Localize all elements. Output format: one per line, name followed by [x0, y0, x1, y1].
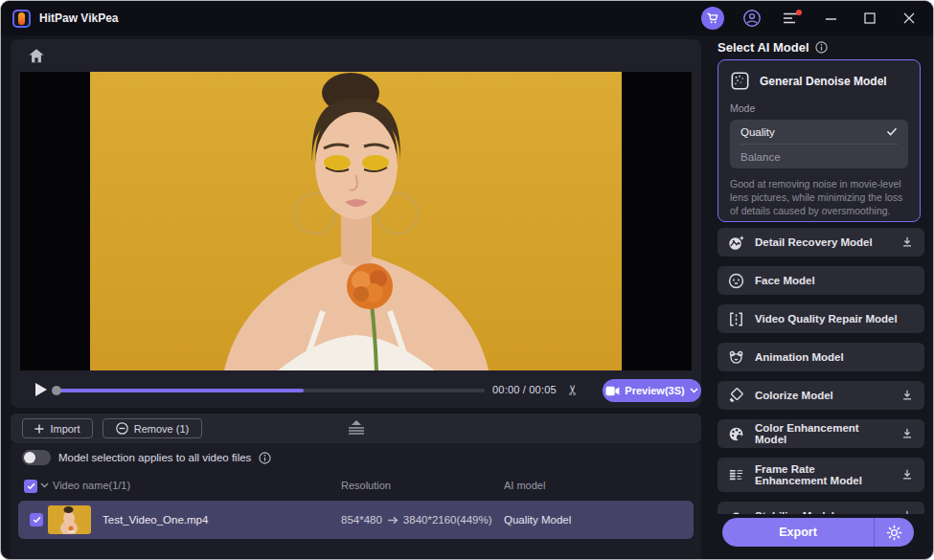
video-camera-icon [605, 386, 620, 396]
face-icon [727, 272, 745, 290]
select-all-checkbox[interactable] [24, 480, 37, 493]
playhead-handle[interactable] [52, 386, 61, 395]
model-button-video-quality-repair[interactable]: Video Quality Repair Model [718, 304, 924, 333]
model-button-animation[interactable]: Animation Model [718, 343, 924, 371]
progress-bar[interactable] [54, 389, 485, 392]
apply-all-label: Model selection applies to all video fil… [58, 452, 251, 463]
mode-options: Quality Balance [730, 120, 908, 168]
download-icon[interactable] [900, 426, 915, 441]
file-toolbar: Import Remove (1) [11, 414, 701, 443]
check-icon [27, 482, 35, 490]
model-list: Detail Recovery Model Face Model Video Q… [710, 228, 934, 514]
info-icon[interactable] [815, 41, 828, 54]
download-icon[interactable] [900, 508, 915, 514]
import-button-label: Import [50, 423, 80, 435]
maximize-button[interactable] [857, 6, 882, 31]
home-icon [28, 48, 45, 64]
video-viewport [20, 72, 692, 370]
mode-label: Mode [730, 102, 908, 114]
table-row[interactable]: Test_Video_One.mp4 854*480 3840*2160(449… [18, 501, 694, 539]
download-icon[interactable] [900, 388, 915, 403]
file-list-section: Model selection applies to all video fil… [11, 443, 701, 560]
model-button-frame-rate-enhancement[interactable]: Frame Rate Enhancement Model [718, 458, 924, 492]
minus-circle-icon [116, 422, 128, 435]
export-button-label: Export [722, 526, 874, 539]
remove-button[interactable]: Remove (1) [103, 418, 202, 438]
account-button[interactable] [740, 6, 764, 31]
apply-all-toggle[interactable] [22, 450, 51, 465]
cart-icon [701, 7, 724, 30]
selected-model-name: General Denoise Model [760, 75, 887, 88]
video-preview-image [90, 72, 622, 370]
close-button[interactable] [897, 6, 922, 31]
download-icon[interactable] [900, 235, 915, 250]
model-card-general-denoise[interactable]: General Denoise Model Mode Quality Balan… [718, 59, 921, 222]
export-button[interactable]: Export [722, 518, 914, 547]
playback-controls: 00:00 / 00:05 ✂ Preview(3S) [11, 376, 701, 405]
column-ai-model: AI model [504, 480, 545, 491]
model-button-colorize[interactable]: Colorize Model [718, 381, 924, 410]
resolution-from: 854*480 [341, 514, 382, 526]
titlebar: HitPaw VikPea [1, 1, 933, 35]
minimize-icon [825, 12, 837, 25]
color-enhancement-icon [727, 425, 745, 443]
maximize-icon [864, 12, 876, 24]
app-window: HitPaw VikPea [0, 0, 934, 560]
animation-icon [727, 348, 745, 367]
gear-icon [886, 525, 902, 541]
video-thumbnail [48, 505, 91, 534]
resolution-to: 3840*2160(449%) [403, 514, 492, 526]
table-header: Video name(1/1) Resolution AI model [11, 480, 701, 495]
download-icon[interactable] [900, 467, 915, 482]
sidebar: Select AI Model General Denoise Model Mo… [710, 35, 934, 559]
play-button[interactable] [35, 383, 47, 396]
column-resolution: Resolution [341, 480, 391, 491]
check-icon [33, 516, 41, 524]
model-description: Good at removing noise in movie-level le… [730, 177, 908, 217]
model-button-face[interactable]: Face Model [718, 266, 924, 295]
mode-option-quality[interactable]: Quality [730, 120, 908, 144]
chevron-down-icon [690, 388, 698, 393]
info-icon[interactable] [259, 452, 271, 464]
row-resolution: 854*480 3840*2160(449%) [341, 514, 492, 526]
stabilize-icon [727, 507, 745, 515]
check-icon [886, 127, 898, 136]
model-button-detail-recovery[interactable]: Detail Recovery Model [718, 228, 924, 257]
remove-button-label: Remove (1) [134, 423, 189, 435]
close-icon [903, 12, 915, 24]
row-video-name: Test_Video_One.mp4 [103, 514, 208, 526]
arrow-right-icon [387, 516, 399, 525]
import-button[interactable]: Import [22, 418, 93, 438]
sidebar-title: Select AI Model [718, 40, 809, 55]
store-cart-button[interactable] [700, 6, 725, 31]
video-repair-icon [727, 310, 745, 328]
model-button-color-enhancement[interactable]: Color Enhancement Model [718, 419, 924, 448]
notification-dot [796, 10, 802, 15]
plus-icon [34, 424, 44, 434]
account-icon [742, 9, 762, 28]
row-checkbox[interactable] [30, 513, 43, 526]
preview-button-label: Preview(3S) [625, 385, 684, 396]
column-video-name: Video name(1/1) [53, 480, 130, 491]
collapse-icon [345, 420, 368, 436]
collapse-panel-handle[interactable] [345, 420, 368, 436]
app-title: HitPaw VikPea [39, 11, 119, 25]
minimize-button[interactable] [818, 6, 843, 31]
frame-rate-icon [727, 466, 745, 484]
home-button[interactable] [28, 48, 45, 64]
menu-button[interactable] [779, 6, 804, 31]
export-settings-button[interactable] [875, 525, 914, 541]
chevron-down-icon[interactable] [40, 482, 49, 488]
colorize-icon [727, 387, 745, 405]
progress-fill [54, 389, 304, 392]
detail-recovery-icon [727, 234, 745, 252]
denoise-icon [730, 71, 750, 91]
mode-option-balance[interactable]: Balance [730, 145, 908, 168]
preview-panel: 00:00 / 00:05 ✂ Preview(3S) [11, 39, 701, 408]
model-button-stabilize[interactable]: Stabilize Model [718, 502, 924, 514]
app-logo-icon [12, 10, 31, 28]
row-ai-model: Quality Model [504, 514, 571, 526]
trim-scissors-icon[interactable]: ✂ [564, 384, 581, 396]
preview-button[interactable]: Preview(3S) [603, 379, 701, 402]
time-display: 00:00 / 00:05 [492, 384, 557, 395]
